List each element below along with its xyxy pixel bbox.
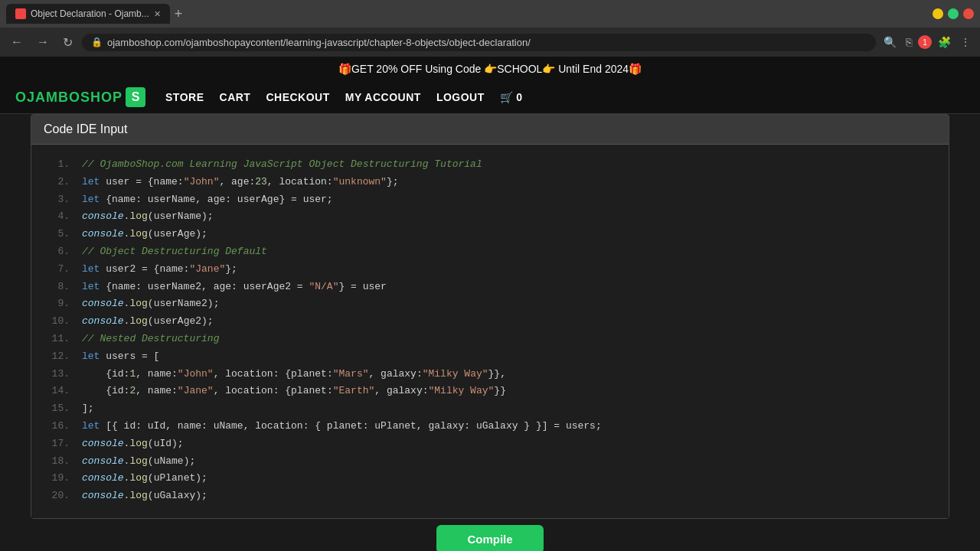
ide-title: Code IDE Input	[44, 122, 127, 135]
new-tab-button[interactable]: +	[170, 6, 188, 22]
search-toolbar-button[interactable]: 🔍	[880, 34, 900, 50]
checkout-link[interactable]: CHECKOUT	[266, 91, 329, 103]
extensions-button[interactable]: 🧩	[935, 34, 954, 50]
nav-logo[interactable]: OJAMBOSHOP S	[15, 87, 145, 107]
line-number: 20.	[47, 488, 70, 504]
code-line: 18.console.log(uName);	[47, 454, 933, 470]
line-content: let {name: userName2, age: userAge2 = "N…	[82, 279, 387, 295]
line-content: // Object Destructuring Default	[82, 244, 267, 260]
back-button[interactable]: ←	[6, 34, 28, 51]
browser-titlebar: Object Declaration - Ojamb... ✕ +	[0, 0, 980, 28]
code-line: 10.console.log(userAge2);	[47, 314, 933, 330]
tab-favicon	[15, 8, 26, 19]
menu-button[interactable]: ⋮	[957, 34, 974, 50]
forward-button[interactable]: →	[32, 34, 54, 51]
extension-badge: 1	[918, 35, 932, 49]
lock-icon: 🔒	[91, 37, 103, 47]
line-content: {id:2, name:"Jane", location: {planet:"E…	[82, 383, 506, 399]
line-number: 15.	[47, 401, 70, 417]
promo-text: 🎁GET 20% OFF Using Code 👉SCHOOL👉 Until E…	[338, 63, 642, 75]
browser-tab[interactable]: Object Declaration - Ojamb... ✕	[6, 4, 170, 24]
code-line: 12.let users = [	[47, 349, 933, 365]
code-line: 19.console.log(uPlanet);	[47, 471, 933, 487]
code-line: 5.console.log(userAge);	[47, 227, 933, 243]
maximize-button[interactable]	[948, 8, 959, 19]
compile-button[interactable]: Compile	[436, 525, 543, 551]
line-content: let users = [	[82, 349, 159, 365]
my-account-link[interactable]: MY ACCOUNT	[345, 91, 421, 103]
code-line: 3.let {name: userName, age: userAge} = u…	[47, 192, 933, 208]
line-content: ];	[82, 401, 94, 417]
code-line: 2.let user = {name:"John", age:23, locat…	[47, 174, 933, 191]
cart-icon-link[interactable]: 🛒 0	[500, 91, 523, 103]
code-line: 14. {id:2, name:"Jane", location: {plane…	[47, 383, 933, 399]
promo-bar: 🎁GET 20% OFF Using Code 👉SCHOOL👉 Until E…	[0, 57, 980, 81]
tab-close-button[interactable]: ✕	[154, 9, 161, 19]
code-line: 16.let [{ id: uId, name: uName, location…	[47, 419, 933, 435]
logout-link[interactable]: LOGOUT	[436, 91, 485, 103]
ide-header: Code IDE Input	[31, 115, 949, 145]
share-button[interactable]: ⎘	[903, 34, 915, 50]
line-number: 18.	[47, 454, 70, 470]
line-number: 4.	[47, 209, 70, 225]
store-link[interactable]: STORE	[165, 91, 204, 103]
code-line: 6.// Object Destructuring Default	[47, 244, 933, 260]
line-number: 14.	[47, 383, 70, 399]
tab-title: Object Declaration - Ojamb...	[31, 8, 149, 19]
code-line: 4.console.log(userName);	[47, 209, 933, 225]
window-controls	[933, 8, 974, 19]
close-button[interactable]	[963, 8, 974, 19]
ide-container: Code IDE Input 1.// OjamboShop.com Learn…	[31, 114, 949, 519]
refresh-button[interactable]: ↻	[58, 34, 77, 51]
code-line: 9.console.log(userName2);	[47, 296, 933, 312]
logo-s-badge: S	[126, 87, 145, 107]
line-content: let user = {name:"John", age:23, locatio…	[82, 174, 399, 191]
line-content: let user2 = {name:"Jane"};	[82, 262, 237, 278]
cart-link[interactable]: CART	[220, 91, 251, 103]
code-line: 13. {id:1, name:"John", location: {plane…	[47, 367, 933, 383]
code-line: 7.let user2 = {name:"Jane"};	[47, 262, 933, 278]
line-content: console.log(userAge2);	[82, 314, 214, 330]
nav-links: STORE CART CHECKOUT MY ACCOUNT LOGOUT 🛒 …	[165, 91, 523, 103]
logo-text: OJAMBOSHOP	[15, 90, 122, 106]
website: 🎁GET 20% OFF Using Code 👉SCHOOL👉 Until E…	[0, 57, 980, 551]
code-line: 20.console.log(uGalaxy);	[47, 488, 933, 504]
line-number: 1.	[47, 157, 70, 173]
line-content: console.log(uId);	[82, 436, 184, 452]
line-number: 13.	[47, 367, 70, 383]
line-content: let {name: userName, age: userAge} = use…	[82, 192, 333, 208]
line-number: 12.	[47, 349, 70, 365]
line-number: 9.	[47, 296, 70, 312]
line-number: 17.	[47, 436, 70, 452]
line-content: let [{ id: uId, name: uName, location: {…	[82, 419, 602, 435]
line-number: 3.	[47, 192, 70, 208]
line-content: console.log(userName2);	[82, 296, 219, 312]
line-content: console.log(userAge);	[82, 227, 207, 243]
minimize-button[interactable]	[933, 8, 943, 19]
line-number: 11.	[47, 331, 70, 347]
line-number: 16.	[47, 419, 70, 435]
line-content: console.log(uPlanet);	[82, 471, 207, 487]
line-number: 10.	[47, 314, 70, 330]
address-bar[interactable]	[107, 37, 867, 48]
line-content: // Nested Destructuring	[82, 331, 219, 347]
line-number: 2.	[47, 174, 70, 191]
toolbar-icons: 🔍 ⎘ 1 🧩 ⋮	[880, 34, 974, 50]
code-line: 15.];	[47, 401, 933, 417]
line-number: 6.	[47, 244, 70, 260]
browser-chrome: Object Declaration - Ojamb... ✕ + ← → ↻ …	[0, 0, 980, 57]
code-line: 17.console.log(uId);	[47, 436, 933, 452]
line-number: 7.	[47, 262, 70, 278]
tab-bar: Object Declaration - Ojamb... ✕ +	[6, 4, 187, 24]
compile-bar: Compile	[0, 519, 980, 551]
line-content: // OjamboShop.com Learning JavaScript Ob…	[82, 157, 482, 173]
ide-body[interactable]: 1.// OjamboShop.com Learning JavaScript …	[31, 145, 949, 518]
address-bar-wrap: 🔒	[82, 34, 876, 51]
line-content: {id:1, name:"John", location: {planet:"M…	[82, 367, 506, 383]
line-number: 5.	[47, 227, 70, 243]
code-line: 11.// Nested Destructuring	[47, 331, 933, 347]
cart-icon: 🛒	[500, 91, 514, 103]
code-line: 1.// OjamboShop.com Learning JavaScript …	[47, 157, 933, 173]
site-nav: OJAMBOSHOP S STORE CART CHECKOUT MY ACCO…	[0, 81, 980, 114]
line-content: console.log(userName);	[82, 209, 214, 225]
